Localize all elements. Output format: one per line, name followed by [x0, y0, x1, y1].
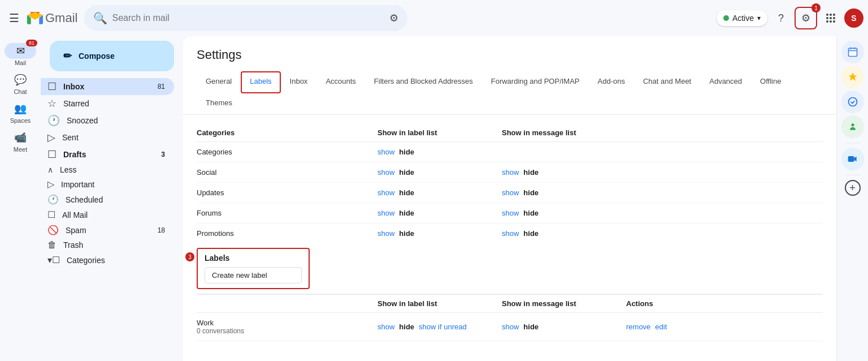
- sidebar-item-starred[interactable]: ☆ Starred: [41, 95, 174, 112]
- tab-offline[interactable]: Offline: [751, 71, 790, 93]
- show-msg-link[interactable]: show: [502, 168, 519, 177]
- row-name: Categories: [197, 148, 377, 156]
- work-show-if-unread-link[interactable]: show if unread: [419, 323, 467, 331]
- tab-addons[interactable]: Add-ons: [589, 71, 634, 93]
- filter-search-icon[interactable]: ⚙: [389, 12, 398, 24]
- snoozed-label: Snoozed: [67, 116, 98, 125]
- tab-themes[interactable]: Themes: [197, 93, 241, 114]
- nav-item-mail[interactable]: ✉ 81 Mail: [0, 41, 41, 68]
- work-edit-link[interactable]: edit: [655, 323, 667, 331]
- important-icon: ▷: [47, 179, 54, 190]
- work-remove-link[interactable]: remove: [626, 323, 650, 331]
- nav-item-chat[interactable]: 💬 Chat: [0, 70, 41, 97]
- tab-accounts[interactable]: Accounts: [316, 71, 364, 93]
- meet-nav-label: Meet: [14, 146, 27, 153]
- sidebar-item-inbox[interactable]: ☐ Inbox 81: [41, 78, 174, 95]
- show-msg-link[interactable]: show: [502, 188, 519, 197]
- work-hide-bold: hide: [399, 323, 414, 331]
- sidebar-item-sent[interactable]: ▷ Sent: [41, 129, 174, 146]
- tab-advanced[interactable]: Advanced: [700, 71, 751, 93]
- settings-body: Categories Show in label list Show in me…: [183, 115, 836, 361]
- inbox-label: Inbox: [63, 82, 84, 91]
- show-link[interactable]: show: [377, 188, 394, 197]
- labels-section: 3 Labels Create new label Show in label …: [197, 248, 823, 341]
- sidebar-item-allmail[interactable]: ☐ All Mail: [41, 207, 174, 222]
- spam-icon: 🚫: [47, 225, 59, 235]
- menu-button[interactable]: ☰: [5, 7, 24, 29]
- work-show-msg: show hide: [502, 323, 626, 331]
- svg-point-14: [851, 123, 854, 126]
- sent-label: Sent: [62, 133, 79, 142]
- nav-item-spaces[interactable]: 👥 Spaces: [0, 98, 41, 126]
- table-row: Promotions show hide show hide: [197, 224, 823, 243]
- search-icon: 🔍: [93, 11, 107, 25]
- active-status[interactable]: Active ▾: [717, 10, 767, 26]
- drafts-label: Drafts: [63, 150, 86, 159]
- right-panel-calendar[interactable]: [841, 41, 864, 63]
- work-show-link[interactable]: show: [377, 323, 394, 331]
- inbox-icon: ☐: [47, 80, 57, 93]
- sidebar-item-spam[interactable]: 🚫 Spam 18: [41, 222, 174, 238]
- svg-rect-15: [848, 156, 854, 162]
- sidebar-item-snoozed[interactable]: 🕐 Snoozed: [41, 112, 174, 129]
- show-link[interactable]: show: [377, 209, 394, 217]
- sidebar-item-scheduled[interactable]: 🕐 Scheduled: [41, 192, 174, 207]
- tab-forwarding[interactable]: Forwarding and POP/IMAP: [482, 71, 589, 93]
- sidebar-item-important[interactable]: ▷ Important: [41, 177, 174, 192]
- sidebar-item-less[interactable]: ∧ Less: [41, 163, 174, 177]
- svg-point-13: [848, 98, 857, 106]
- tab-general[interactable]: General: [197, 71, 241, 93]
- compose-button[interactable]: ✏ Compose: [50, 41, 174, 71]
- tab-labels[interactable]: Labels: [241, 71, 280, 93]
- show-link[interactable]: show: [377, 148, 394, 156]
- tab-inbox[interactable]: Inbox: [281, 71, 317, 93]
- right-panel-keep[interactable]: [841, 66, 864, 88]
- right-panel-contacts[interactable]: [841, 115, 864, 138]
- work-show-msg-link[interactable]: show: [502, 323, 519, 331]
- work-label-name: Work 0 conversations: [197, 319, 377, 335]
- create-new-label-button[interactable]: Create new label: [205, 267, 302, 283]
- tab-filters[interactable]: Filters and Blocked Addresses: [365, 71, 482, 93]
- active-label: Active: [732, 14, 754, 23]
- compose-pencil-icon: ✏: [63, 50, 72, 62]
- nav-item-meet[interactable]: 📹 Meet: [0, 127, 41, 155]
- labels-header-outlined: Labels Create new label: [197, 248, 310, 289]
- search-input[interactable]: [112, 13, 384, 23]
- inbox-count: 81: [158, 83, 165, 91]
- help-button[interactable]: ?: [770, 7, 792, 29]
- settings-badge: 1: [811, 3, 821, 12]
- tab-chatmeet[interactable]: Chat and Meet: [634, 71, 700, 93]
- work-conversations: 0 conversations: [197, 327, 377, 335]
- right-panel-tasks[interactable]: [841, 91, 864, 113]
- sidebar-item-trash[interactable]: 🗑 Trash: [41, 238, 174, 252]
- show-msg-link[interactable]: show: [502, 209, 519, 217]
- svg-point-8: [833, 20, 835, 23]
- show-msg-link[interactable]: show: [502, 229, 519, 238]
- scheduled-label: Scheduled: [66, 195, 103, 204]
- search-bar: 🔍 ⚙: [84, 5, 407, 31]
- right-panel: +: [836, 36, 868, 361]
- show-link[interactable]: show: [377, 229, 394, 238]
- hide-bold: hide: [399, 168, 414, 177]
- labels-columns-header: Show in label list Show in message list …: [197, 294, 823, 313]
- sidebar-item-drafts[interactable]: ☐ Drafts 3: [41, 146, 174, 163]
- avatar[interactable]: S: [844, 8, 863, 28]
- tabs-row: General Labels Inbox Accounts Filters an…: [197, 71, 823, 114]
- starred-icon: ☆: [47, 97, 57, 110]
- svg-point-4: [830, 17, 832, 19]
- right-panel-meet-video[interactable]: [841, 148, 864, 170]
- apps-button[interactable]: [819, 7, 842, 29]
- sidebar-item-categories[interactable]: ▾☐ Categories: [41, 252, 174, 268]
- right-panel-add-button[interactable]: +: [845, 180, 861, 196]
- scheduled-icon: 🕐: [47, 194, 59, 205]
- labels-col3-header: Show in message list: [502, 299, 626, 308]
- row-name: Forums: [197, 209, 377, 217]
- row-show-msg: show hide: [502, 229, 626, 238]
- cat-col3-header: Show in message list: [502, 128, 626, 137]
- labels-section-title: Labels: [205, 253, 229, 263]
- show-link[interactable]: show: [377, 168, 394, 177]
- svg-point-7: [830, 20, 832, 23]
- cat-col2-header: Show in label list: [377, 128, 502, 137]
- hide-msg-bold: hide: [523, 209, 539, 217]
- left-icon-nav: ✉ 81 Mail 💬 Chat 👥 Spaces 📹: [0, 36, 41, 361]
